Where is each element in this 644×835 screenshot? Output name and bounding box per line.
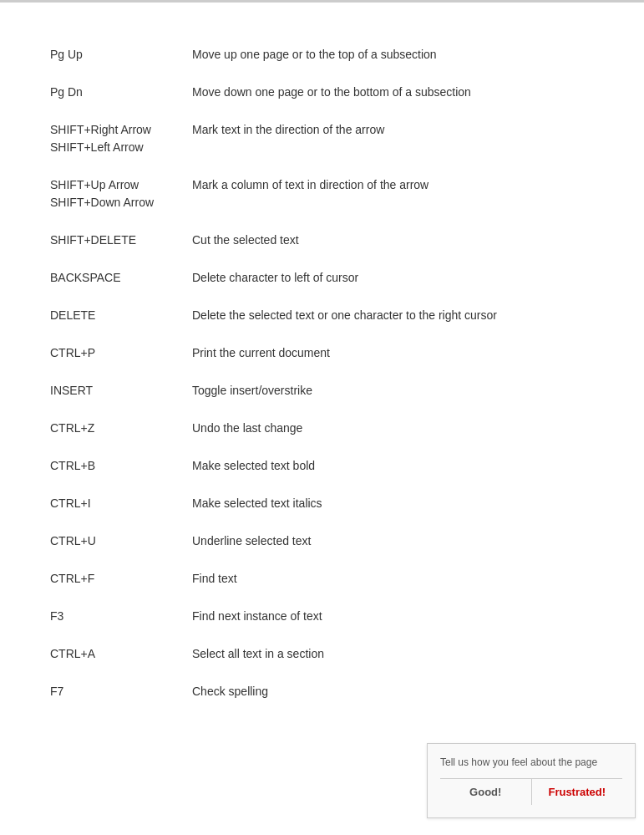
shortcut-row: F7Check spelling [50, 673, 594, 710]
shortcut-row: DELETEDelete the selected text or one ch… [50, 297, 594, 334]
shortcut-desc: Cut the selected text [192, 232, 594, 249]
feedback-prompt: Tell us how you feel about the page [440, 756, 622, 768]
shortcut-desc: Toggle insert/overstrike [192, 382, 594, 400]
shortcut-key: CTRL+U [50, 532, 192, 550]
top-border [0, 0, 644, 3]
page-container: Pg UpMove up one page or to the top of a… [0, 19, 644, 744]
shortcut-desc: Move up one page or to the top of a subs… [192, 46, 594, 64]
shortcut-row: F3Find next instance of text [50, 598, 594, 635]
shortcut-key: CTRL+B [50, 457, 192, 475]
shortcut-key: F3 [50, 608, 192, 625]
shortcut-key: CTRL+I [50, 495, 192, 512]
shortcut-row: CTRL+FFind text [50, 560, 594, 598]
shortcut-desc: Mark a column of text in direction of th… [192, 176, 594, 194]
shortcut-desc: Delete character to left of cursor [192, 269, 594, 287]
shortcut-row: CTRL+BMake selected text bold [50, 447, 594, 485]
shortcut-desc: Check spelling [192, 683, 594, 700]
shortcut-list: Pg UpMove up one page or to the top of a… [50, 36, 594, 710]
shortcut-key: INSERT [50, 382, 192, 400]
shortcut-row: CTRL+IMake selected text italics [50, 485, 594, 522]
feedback-frustrated-button[interactable]: Frustrated! [532, 779, 623, 805]
shortcut-desc: Underline selected text [192, 532, 594, 550]
shortcut-key: Pg Dn [50, 84, 192, 101]
feedback-good-button[interactable]: Good! [440, 779, 532, 805]
shortcut-row: SHIFT+DELETECut the selected text [50, 221, 594, 259]
shortcut-row: CTRL+ZUndo the last change [50, 410, 594, 447]
shortcut-key: CTRL+P [50, 344, 192, 362]
shortcut-key: SHIFT+DELETE [50, 232, 192, 249]
shortcut-desc: Mark text in the direction of the arrow [192, 121, 594, 139]
shortcut-row: CTRL+UUnderline selected text [50, 522, 594, 560]
shortcut-desc: Select all text in a section [192, 645, 594, 663]
shortcut-key: F7 [50, 683, 192, 700]
shortcut-key: DELETE [50, 307, 192, 324]
shortcut-desc: Move down one page or to the bottom of a… [192, 84, 594, 101]
shortcut-row: CTRL+PPrint the current document [50, 334, 594, 372]
feedback-widget: Tell us how you feel about the page Good… [427, 743, 636, 818]
shortcut-key: CTRL+A [50, 645, 192, 663]
shortcut-desc: Print the current document [192, 344, 594, 362]
shortcut-desc: Find text [192, 570, 594, 588]
shortcut-row: INSERTToggle insert/overstrike [50, 372, 594, 410]
shortcut-desc: Undo the last change [192, 420, 594, 437]
shortcut-key: CTRL+Z [50, 420, 192, 437]
shortcut-row: SHIFT+Right ArrowSHIFT+Left ArrowMark te… [50, 111, 594, 166]
shortcut-desc: Make selected text italics [192, 495, 594, 512]
shortcut-key: Pg Up [50, 46, 192, 64]
shortcut-key: SHIFT+Right ArrowSHIFT+Left Arrow [50, 121, 192, 156]
shortcut-row: Pg UpMove up one page or to the top of a… [50, 36, 594, 74]
shortcut-row: BACKSPACEDelete character to left of cur… [50, 259, 594, 297]
shortcut-key: BACKSPACE [50, 269, 192, 287]
shortcut-desc: Make selected text bold [192, 457, 594, 475]
shortcut-row: SHIFT+Up ArrowSHIFT+Down ArrowMark a col… [50, 166, 594, 221]
shortcut-desc: Delete the selected text or one characte… [192, 307, 594, 324]
feedback-buttons: Good! Frustrated! [440, 778, 622, 805]
shortcut-key: SHIFT+Up ArrowSHIFT+Down Arrow [50, 176, 192, 211]
shortcut-row: CTRL+ASelect all text in a section [50, 635, 594, 673]
shortcut-key: CTRL+F [50, 570, 192, 588]
shortcut-desc: Find next instance of text [192, 608, 594, 625]
shortcut-row: Pg DnMove down one page or to the bottom… [50, 74, 594, 111]
